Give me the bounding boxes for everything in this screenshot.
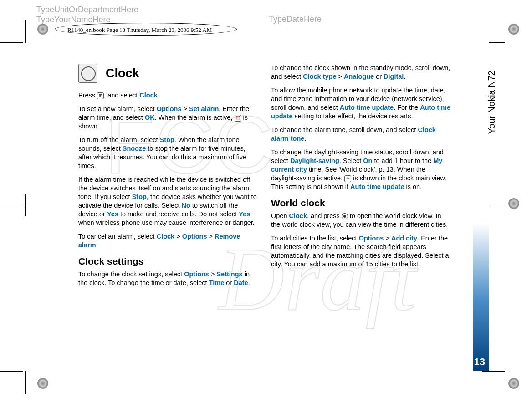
para-cancel-alarm: To cancel an alarm, select Clock > Optio…: [78, 232, 258, 250]
book-info-line: R1140_en.book Page 13 Thursday, March 23…: [67, 26, 212, 34]
heading-clock: Clock: [106, 69, 139, 78]
para-auto-update: To allow the mobile phone network to upd…: [271, 86, 451, 121]
alarm-active-icon: ⏰: [235, 115, 241, 122]
heading-world-clock: World clock: [271, 199, 451, 207]
left-column: Clock Press ⊞, and select Clock. To set …: [78, 64, 258, 292]
header-unit: TypeUnitOrDepartmentHere: [36, 5, 138, 15]
registration-target-icon: [508, 24, 519, 35]
page-number: 13: [474, 356, 485, 368]
registration-target-icon: [508, 378, 519, 389]
para-settings: To change the clock settings, select Opt…: [78, 270, 258, 287]
para-device-off: If the alarm time is reached while the d…: [78, 175, 258, 227]
registration-target-icon: [37, 24, 48, 35]
para-open-clock: Press ⊞, and select Clock.: [78, 91, 258, 100]
crop-mark: [25, 194, 26, 216]
para-add-city: To add cities to the list, select Option…: [271, 234, 451, 269]
para-alarm-tone: To change the alarm tone, scroll down, a…: [271, 126, 451, 143]
heading-clock-settings: Clock settings: [78, 257, 258, 265]
para-turn-off: To turn off the alarm, select Stop. When…: [78, 136, 258, 170]
daylight-icon: ☀: [344, 175, 351, 182]
registration-target-icon: [508, 198, 519, 209]
header-date: TypeDateHere: [269, 15, 322, 24]
right-column: To change the clock shown in the standby…: [271, 64, 451, 292]
crop-mark: [25, 20, 26, 43]
menu-key-icon: ⊞: [97, 92, 104, 99]
crop-mark: [0, 371, 23, 372]
para-open-world: Open Clock, and press to open the world …: [271, 212, 451, 229]
clock-app-icon: [78, 64, 97, 83]
para-daylight: To change the daylight-saving time statu…: [271, 148, 451, 191]
registration-target-icon: [37, 378, 48, 389]
header-placeholder: TypeUnitOrDepartmentHere TypeYourNameHer…: [36, 5, 138, 25]
scroll-right-icon: [342, 213, 348, 219]
crop-mark: [482, 371, 505, 372]
crop-mark: [0, 42, 23, 43]
page-content: Clock Press ⊞, and select Clock. To set …: [78, 64, 493, 292]
para-clock-type: To change the clock shown in the standby…: [271, 64, 451, 81]
crop-mark: [0, 204, 23, 204]
crop-mark: [25, 371, 26, 394]
para-set-alarm: To set a new alarm, select Options > Set…: [78, 105, 258, 131]
